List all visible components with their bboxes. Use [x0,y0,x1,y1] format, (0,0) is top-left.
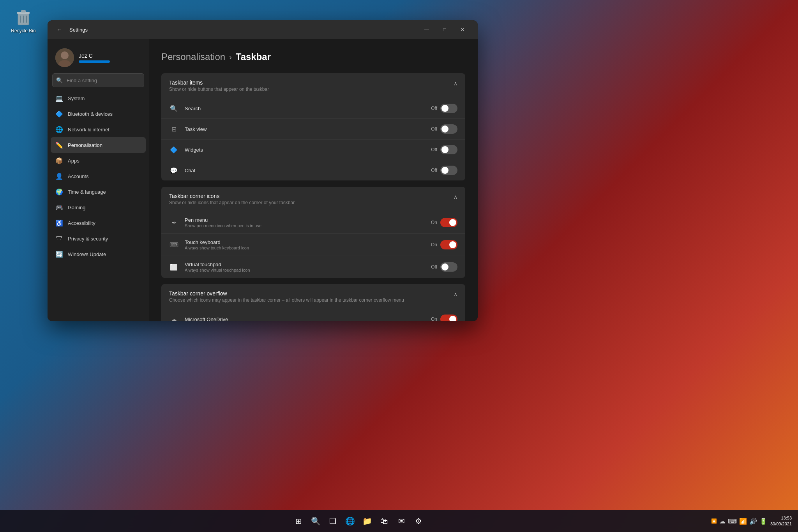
volume-icon[interactable]: 🔊 [749,518,757,525]
setting-sublabel-1: Always show touch keyboard icon [185,246,425,250]
recycle-bin-label: Recycle Bin [11,28,35,34]
close-button[interactable]: ✕ [454,23,471,36]
sidebar-item-accounts[interactable]: 👤 Accounts [51,168,146,184]
section-subtitle-taskbar-corner-overflow: Choose which icons may appear in the tas… [169,297,404,303]
settings-body: Jez C 🔍 💻 System 🔷 Bluetooth & devices 🌐… [48,39,478,321]
title-bar: ← Settings — □ ✕ [48,20,478,39]
sidebar-item-accessibility[interactable]: ♿ Accessibility [51,215,146,231]
network-icon[interactable]: 📶 [739,518,747,525]
nav-icon-personalisation: ✏️ [55,141,63,149]
section-title-taskbar-corner-overflow: Taskbar corner overflow [169,290,404,297]
toggle-taskbar-items-1[interactable] [440,124,457,134]
toggle-taskbar-items-0[interactable] [440,104,457,113]
toggle-container-2: Off [431,262,457,272]
nav-icon-accessibility: ♿ [55,219,63,227]
svg-point-7 [61,51,69,59]
setting-row-taskbar-items-0: 🔍 Search Off [161,98,465,118]
taskbar-icons: ⊞🔍❑🌐📁🛍✉⚙ [6,513,711,529]
nav-icon-accounts: 👤 [55,172,63,180]
toggle-taskbar-corner-overflow-0[interactable] [440,315,457,321]
sidebar-item-gaming[interactable]: 🎮 Gaming [51,200,146,215]
taskbar-clock[interactable]: 13:53 30/09/2021 [770,515,792,527]
taskbar: ⊞🔍❑🌐📁🛍✉⚙ 🔼 ☁ ⌨ 📶 🔊 🔋 13:53 30/09/2021 [0,510,798,532]
nav-icon-time: 🌍 [55,188,63,196]
setting-row-taskbar-corner-icons-1: ⌨ Touch keyboard Always show touch keybo… [161,233,465,256]
nav-label-bluetooth: Bluetooth & devices [68,111,113,117]
maximize-button[interactable]: □ [436,23,454,36]
toggle-taskbar-items-2[interactable] [440,145,457,154]
mail-icon[interactable]: ✉ [394,513,409,529]
keyboard-icon: ⌨ [728,518,737,525]
search-taskbar-icon[interactable]: 🔍 [308,513,323,529]
toggle-label-1: On [431,242,437,247]
toggle-container-1: On [431,240,457,249]
toggle-taskbar-corner-icons-2[interactable] [440,262,457,272]
battery-icon[interactable]: 🔋 [759,518,767,525]
tray-chevron-icon[interactable]: 🔼 [711,518,717,524]
avatar [55,48,74,67]
sidebar-item-bluetooth[interactable]: 🔷 Bluetooth & devices [51,106,146,122]
toggle-label-0: Off [431,106,437,111]
sidebar-item-privacy[interactable]: 🛡 Privacy & security [51,231,146,246]
search-icon: 🔍 [56,77,63,83]
settings-window: ← Settings — □ ✕ Jez C [48,20,478,321]
toggle-taskbar-corner-icons-0[interactable] [440,218,457,227]
section-taskbar-corner-overflow: Taskbar corner overflow Choose which ico… [161,284,465,321]
breadcrumb: Personalisation › Taskbar [161,51,465,62]
setting-label-2: Virtual touchpad [185,262,425,267]
setting-label-0: Search [185,106,425,111]
nav-label-system: System [68,95,85,101]
setting-row-taskbar-items-3: 💬 Chat Off [161,160,465,180]
toggle-container-0: Off [431,104,457,113]
minimize-button[interactable]: — [418,23,436,36]
store-icon[interactable]: 🛍 [376,513,392,529]
sidebar-item-system[interactable]: 💻 System [51,90,146,106]
toggle-label-3: Off [431,168,437,173]
sections-container: Taskbar items Show or hide buttons that … [161,73,465,321]
setting-label-3: Chat [185,168,425,173]
setting-row-taskbar-items-1: ⊟ Task view Off [161,118,465,139]
toggle-taskbar-items-3[interactable] [440,166,457,175]
nav-label-update: Windows Update [68,251,106,257]
setting-row-taskbar-items-2: 🔷 Widgets Off [161,139,465,160]
explorer-icon[interactable]: 📁 [359,513,375,529]
sidebar-item-network[interactable]: 🌐 Network & internet [51,122,146,137]
sidebar-item-apps[interactable]: 📦 Apps [51,153,146,168]
taskbar-right: 🔼 ☁ ⌨ 📶 🔊 🔋 13:53 30/09/2021 [711,515,792,527]
breadcrumb-current: Taskbar [236,51,271,62]
recycle-bin-icon[interactable]: Recycle Bin [8,8,39,34]
nav-label-time: Time & language [68,189,106,195]
setting-row-taskbar-corner-icons-0: ✒ Pen menu Show pen menu icon when pen i… [161,212,465,233]
nav-label-accessibility: Accessibility [68,220,95,226]
nav-list: 💻 System 🔷 Bluetooth & devices 🌐 Network… [51,90,146,262]
sidebar: Jez C 🔍 💻 System 🔷 Bluetooth & devices 🌐… [48,39,149,321]
task-view-icon[interactable]: ❑ [325,513,341,529]
setting-sublabel-0: Show pen menu icon when pen is in use [185,223,425,228]
user-subtitle [79,60,110,63]
setting-icon-3: 💬 [169,166,178,175]
section-subtitle-taskbar-items: Show or hide buttons that appear on the … [169,87,269,92]
search-box: 🔍 [52,73,144,87]
sidebar-item-personalisation[interactable]: ✏️ Personalisation [51,137,146,153]
search-input[interactable] [52,73,144,87]
toggle-label-2: Off [431,264,437,270]
toggle-label-0: On [431,316,437,321]
toggle-label-0: On [431,220,437,225]
onedrive-icon: ☁ [719,518,726,525]
start-icon[interactable]: ⊞ [291,513,306,529]
toggle-container-0: On [431,315,457,321]
toggle-label-2: Off [431,147,437,152]
nav-icon-apps: 📦 [55,157,63,164]
setting-label-0: Pen menu [185,217,425,223]
section-header-taskbar-items[interactable]: Taskbar items Show or hide buttons that … [161,73,465,98]
nav-icon-update: 🔄 [55,250,63,258]
settings-taskbar-icon[interactable]: ⚙ [411,513,426,529]
section-header-taskbar-corner-icons[interactable]: Taskbar corner icons Show or hide icons … [161,187,465,212]
section-header-taskbar-corner-overflow[interactable]: Taskbar corner overflow Choose which ico… [161,284,465,309]
edge-icon[interactable]: 🌐 [342,513,358,529]
nav-label-gaming: Gaming [68,205,86,210]
toggle-taskbar-corner-icons-1[interactable] [440,240,457,249]
sidebar-item-update[interactable]: 🔄 Windows Update [51,246,146,262]
back-button[interactable]: ← [54,24,65,35]
sidebar-item-time[interactable]: 🌍 Time & language [51,184,146,200]
